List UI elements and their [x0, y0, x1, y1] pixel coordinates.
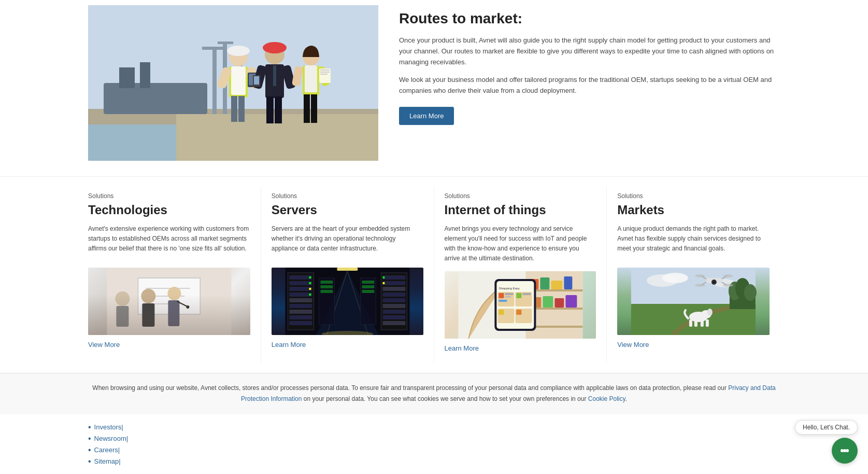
- solution-img-servers: [272, 268, 423, 335]
- chat-icon: [838, 444, 851, 457]
- svg-rect-64: [289, 292, 312, 297]
- svg-rect-69: [289, 321, 312, 325]
- svg-rect-9: [218, 41, 233, 44]
- svg-rect-122: [499, 310, 504, 315]
- svg-point-147: [723, 274, 733, 277]
- svg-rect-92: [320, 290, 333, 293]
- svg-rect-73: [309, 294, 311, 296]
- sitemap-link[interactable]: Sitemap|: [94, 457, 121, 465]
- svg-rect-78: [382, 292, 405, 297]
- svg-rect-67: [289, 310, 312, 314]
- svg-rect-83: [382, 321, 405, 325]
- newsroom-link[interactable]: Newsroom|: [94, 435, 129, 442]
- hero-image: [88, 5, 378, 161]
- svg-rect-77: [382, 287, 405, 291]
- svg-rect-40: [319, 68, 331, 83]
- solution-desc-servers: Servers are at the heart of your embedde…: [272, 224, 423, 260]
- svg-point-140: [707, 309, 713, 316]
- svg-rect-61: [289, 275, 312, 280]
- svg-point-151: [713, 281, 716, 284]
- hero-right: Routes to market: Once your product is b…: [399, 5, 780, 125]
- svg-text:Shopping Easy: Shopping Easy: [499, 287, 519, 290]
- svg-rect-66: [289, 304, 312, 308]
- solution-title-iot: Internet of things: [445, 203, 596, 218]
- cookie-text-before: When browsing and using our website, Avn…: [92, 384, 728, 392]
- solution-link-servers[interactable]: Learn More: [272, 341, 306, 348]
- solution-label-iot: Solutions: [445, 192, 596, 200]
- solution-label-technologies: Solutions: [88, 192, 250, 200]
- svg-rect-91: [320, 285, 333, 288]
- svg-rect-93: [360, 278, 376, 325]
- svg-rect-4: [119, 67, 135, 88]
- svg-rect-26: [273, 65, 276, 86]
- solution-img-technologies: [88, 268, 250, 335]
- solution-card-iot: Solutions Internet of things Avnet bring…: [434, 187, 607, 363]
- svg-rect-109: [565, 295, 577, 308]
- footer-links: Investors| Newsroom| Careers| Sitemap|: [0, 414, 868, 474]
- svg-point-14: [227, 46, 250, 56]
- solution-link-iot[interactable]: Learn More: [445, 344, 479, 352]
- footer-link-newsroom: Newsroom|: [88, 434, 780, 443]
- solution-desc-technologies: Avnet's extensive experience working wit…: [88, 224, 250, 260]
- cookie-text-between: on your personal data. You can see what …: [302, 395, 588, 402]
- chat-open-button[interactable]: [832, 438, 858, 464]
- solution-card-technologies: Solutions Technologies Avnet's extensive…: [88, 187, 261, 363]
- svg-rect-108: [554, 298, 564, 308]
- solution-desc-markets: A unique product demands the right path …: [617, 224, 770, 260]
- svg-point-51: [141, 289, 155, 303]
- svg-rect-71: [309, 282, 311, 284]
- cookie-policy-link[interactable]: Cookie Policy: [588, 395, 625, 402]
- svg-rect-50: [116, 306, 129, 327]
- solution-card-servers: Solutions Servers Servers are at the hea…: [261, 187, 434, 363]
- cookie-notice: When browsing and using our website, Avn…: [0, 373, 868, 414]
- svg-rect-65: [289, 298, 312, 302]
- svg-rect-116: [505, 296, 511, 298]
- chat-widget: Hello, Let's Chat.: [795, 420, 858, 464]
- svg-rect-54: [168, 300, 179, 326]
- svg-rect-41: [320, 69, 330, 71]
- svg-rect-117: [499, 300, 507, 302]
- solution-title-technologies: Technologies: [88, 203, 250, 218]
- svg-rect-18: [238, 96, 245, 122]
- svg-rect-5: [140, 62, 150, 88]
- footer-link-sitemap: Sitemap|: [88, 457, 780, 466]
- solution-title-servers: Servers: [272, 203, 423, 218]
- svg-rect-72: [309, 288, 311, 290]
- svg-rect-85: [382, 282, 385, 284]
- svg-point-24: [263, 42, 287, 53]
- solution-card-markets: Solutions Markets A unique product deman…: [607, 187, 780, 363]
- svg-rect-137: [694, 320, 698, 327]
- svg-point-53: [167, 287, 181, 300]
- hero-learn-more-button[interactable]: Learn More: [399, 107, 454, 125]
- careers-link[interactable]: Careers|: [94, 446, 120, 454]
- svg-point-127: [662, 273, 688, 283]
- svg-rect-119: [516, 293, 521, 298]
- svg-rect-76: [382, 281, 405, 285]
- investors-link[interactable]: Investors|: [94, 423, 123, 431]
- svg-point-49: [115, 291, 130, 306]
- svg-rect-52: [142, 303, 154, 327]
- solution-link-markets[interactable]: View More: [617, 341, 649, 348]
- footer-link-careers: Careers|: [88, 445, 780, 455]
- svg-rect-79: [382, 298, 405, 302]
- svg-rect-95: [362, 285, 374, 288]
- svg-rect-80: [382, 304, 405, 308]
- svg-point-56: [186, 305, 189, 309]
- solution-img-markets: [617, 268, 770, 335]
- svg-point-133: [744, 284, 757, 301]
- svg-rect-89: [319, 278, 334, 325]
- svg-rect-70: [309, 276, 311, 278]
- svg-rect-120: [522, 293, 531, 295]
- footer-link-investors: Investors|: [88, 423, 780, 432]
- hero-title: Routes to market:: [399, 10, 780, 27]
- svg-rect-17: [231, 96, 237, 122]
- svg-rect-27: [266, 96, 274, 123]
- solution-link-technologies[interactable]: View More: [88, 341, 120, 348]
- cookie-text-after: .: [625, 395, 627, 402]
- hero-para2: We look at your business model and offer…: [399, 75, 780, 96]
- solution-img-iot: Shopping Easy: [445, 271, 596, 339]
- svg-rect-28: [275, 96, 282, 123]
- svg-rect-62: [289, 281, 312, 285]
- svg-rect-7: [202, 47, 223, 50]
- solution-title-markets: Markets: [617, 203, 770, 218]
